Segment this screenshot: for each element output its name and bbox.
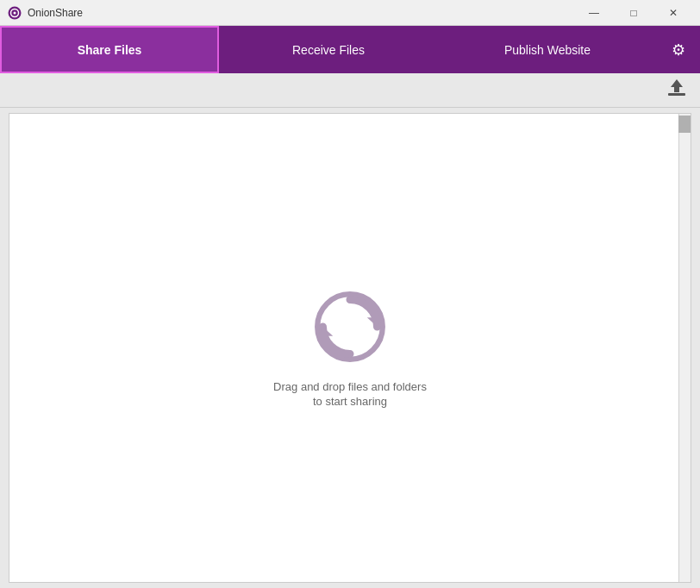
tab-publish-website[interactable]: Publish Website <box>438 26 657 73</box>
sync-icon <box>311 288 389 366</box>
drop-zone-primary-text: Drag and drop files and folders <box>273 379 427 395</box>
drop-zone[interactable]: Drag and drop files and folders to start… <box>9 113 691 583</box>
toolbar <box>0 73 700 108</box>
svg-point-2 <box>14 11 16 14</box>
tab-share-files[interactable]: Share Files <box>0 26 219 73</box>
title-bar-controls: — □ ✕ <box>574 0 693 26</box>
app-logo-icon <box>7 5 22 21</box>
upload-button[interactable] <box>664 78 690 103</box>
nav-bar: Share Files Receive Files Publish Websit… <box>0 26 700 73</box>
svg-marker-4 <box>671 79 683 92</box>
upload-icon <box>667 78 686 102</box>
scrollbar-thumb[interactable] <box>678 116 691 133</box>
scrollbar[interactable] <box>678 114 691 582</box>
main-content: Drag and drop files and folders to start… <box>0 108 700 588</box>
app-title: OnionShare <box>28 7 83 19</box>
close-button[interactable]: ✕ <box>653 0 693 26</box>
svg-point-5 <box>317 294 383 360</box>
maximize-button[interactable]: □ <box>614 0 653 26</box>
svg-rect-3 <box>668 93 685 96</box>
tab-receive-files[interactable]: Receive Files <box>219 26 438 73</box>
minimize-button[interactable]: — <box>574 0 614 26</box>
settings-button[interactable]: ⚙ <box>657 26 700 73</box>
drop-zone-secondary-text: to start sharing <box>313 395 387 408</box>
gear-icon: ⚙ <box>672 41 685 59</box>
title-bar: OnionShare — □ ✕ <box>0 0 700 26</box>
title-bar-left: OnionShare <box>7 5 83 21</box>
